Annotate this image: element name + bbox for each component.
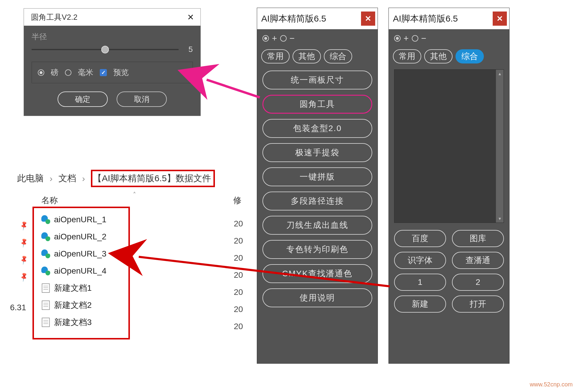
script-panel-common: AI脚本精简版6.5 ✕ + − 常用 其他 综合 统一画板尺寸 圆角工具 包装…: [257, 8, 378, 364]
rounded-corner-dialog: 圆角工具V2.2 ✕ 半径 5 磅 毫米 ✓ 预览 确定 取消: [24, 8, 201, 116]
cropped-char: 忄: [371, 271, 380, 282]
zoom-row: + −: [257, 29, 378, 48]
tab-common[interactable]: 常用: [261, 49, 290, 63]
dialog-titlebar[interactable]: 圆角工具V2.2 ✕: [24, 9, 200, 26]
panel-header[interactable]: AI脚本精简版6.5 ✕: [257, 8, 378, 29]
breadcrumb[interactable]: 此电脑 › 文档 › 【AI脚本精简版6.5】数据文件: [17, 170, 215, 187]
radius-slider[interactable]: [32, 49, 179, 50]
grid-btn-baidu[interactable]: 百度: [394, 230, 446, 247]
tab-compose[interactable]: 综合: [324, 49, 352, 63]
plus-label: +: [404, 33, 409, 43]
text-file-icon: [41, 318, 50, 327]
file-name: aiOpenURL_4: [54, 266, 106, 276]
grid-btn-pantone[interactable]: 查潘通: [452, 252, 504, 269]
arrow-pink: [201, 71, 266, 106]
text-file-icon: [41, 300, 50, 310]
tab-other[interactable]: 其他: [293, 49, 321, 63]
radio-pound-label: 磅: [51, 67, 58, 78]
radio-pound[interactable]: [38, 69, 44, 76]
list-item[interactable]: aiOpenURL_3: [34, 245, 128, 262]
grid-btn-open[interactable]: 打开: [452, 295, 504, 313]
script-btn-5[interactable]: 多段路径连接: [262, 192, 372, 210]
close-icon[interactable]: ✕: [185, 12, 196, 22]
grid-btn-new[interactable]: 新建: [394, 295, 446, 313]
chevron-right-icon: ›: [50, 174, 53, 184]
grid-btn-gallery[interactable]: 图库: [452, 230, 504, 247]
panel-header[interactable]: AI脚本精简版6.5 ✕: [389, 8, 509, 29]
plus-label: +: [272, 33, 277, 43]
cropped-char: 忄: [371, 224, 380, 235]
crumb-root[interactable]: 此电脑: [17, 172, 44, 184]
script-btn-0[interactable]: 统一画板尺寸: [262, 71, 372, 89]
radio-plus[interactable]: [394, 35, 401, 42]
radius-slider-row: 5: [32, 45, 193, 54]
column-name-header[interactable]: 名称: [41, 195, 58, 206]
version-fragment: 6.31: [10, 303, 26, 312]
list-item[interactable]: 新建文档1: [34, 280, 128, 297]
tab-compose[interactable]: 综合: [455, 49, 484, 63]
close-icon[interactable]: ✕: [361, 12, 375, 26]
file-name: aiOpenURL_2: [54, 232, 106, 241]
pin-icon: 📌: [19, 272, 30, 283]
svg-rect-4: [42, 301, 49, 310]
radio-minus[interactable]: [280, 35, 287, 42]
file-name: aiOpenURL_3: [54, 249, 106, 259]
sort-indicator-icon[interactable]: ˄: [133, 191, 136, 199]
pin-icon: 📌: [19, 255, 30, 266]
script-btn-8[interactable]: CMYK查找潘通色: [262, 264, 372, 283]
chevron-up-icon[interactable]: ▴: [499, 71, 501, 76]
text-file-icon: [41, 283, 50, 293]
column-modified-header[interactable]: 修: [233, 195, 241, 206]
svg-line-12: [207, 80, 260, 97]
list-item[interactable]: aiOpenURL_1: [34, 211, 128, 228]
tab-common[interactable]: 常用: [393, 49, 421, 63]
grid-btn-1[interactable]: 1: [394, 274, 446, 291]
radio-mm[interactable]: [65, 69, 71, 76]
grid-btn-font[interactable]: 识字体: [394, 252, 446, 269]
file-date: 20: [234, 236, 243, 246]
script-btn-2[interactable]: 包装盒型2.0: [262, 119, 372, 138]
svg-rect-8: [42, 318, 49, 327]
tab-other[interactable]: 其他: [424, 49, 453, 63]
panel-title: AI脚本精简版6.5: [393, 13, 458, 25]
radio-minus[interactable]: [412, 35, 418, 42]
minus-label: −: [421, 33, 427, 43]
watermark: www.52cnp.com: [530, 381, 573, 388]
file-list-box: aiOpenURL_1 aiOpenURL_2 aiOpenURL_3 aiOp…: [32, 207, 130, 339]
file-name: aiOpenURL_1: [54, 215, 106, 224]
script-btn-9[interactable]: 使用说明: [262, 288, 372, 307]
quick-buttons-grid: 百度 图库 识字体 查潘通 1 2 新建 打开: [389, 226, 509, 318]
list-item[interactable]: 新建文档2: [34, 297, 128, 314]
ok-button[interactable]: 确定: [58, 92, 108, 107]
url-file-icon: [41, 215, 50, 224]
list-item[interactable]: aiOpenURL_4: [34, 262, 128, 280]
checkbox-preview[interactable]: ✓: [100, 69, 107, 76]
radio-plus[interactable]: [262, 35, 269, 42]
slider-thumb[interactable]: [101, 46, 109, 53]
script-btn-7[interactable]: 专色转为印刷色: [262, 240, 372, 259]
pin-icon: 📌: [19, 220, 30, 231]
checkbox-preview-label: 预览: [113, 67, 129, 78]
file-date: 20: [234, 305, 243, 314]
list-item[interactable]: aiOpenURL_2: [34, 228, 128, 245]
minus-label: −: [290, 33, 295, 43]
crumb-docs[interactable]: 文档: [58, 172, 76, 184]
cancel-button[interactable]: 取消: [117, 92, 167, 107]
scrollbar[interactable]: ▴ ▾: [496, 70, 504, 223]
zoom-row: + −: [389, 29, 509, 48]
panel-title: AI脚本精简版6.5: [261, 13, 326, 25]
crumb-folder[interactable]: 【AI脚本精简版6.5】数据文件: [91, 170, 215, 187]
dialog-title: 圆角工具V2.2: [31, 12, 78, 22]
file-date: 20: [234, 322, 243, 331]
script-btn-4[interactable]: 一键拼版: [262, 167, 372, 186]
chevron-down-icon[interactable]: ▾: [499, 216, 501, 221]
script-btn-3[interactable]: 极速手提袋: [262, 143, 372, 162]
list-item[interactable]: 新建文档3: [34, 314, 128, 331]
cropped-char: 忄: [371, 247, 380, 259]
tab-row: 常用 其他 综合: [389, 48, 509, 68]
script-btn-rounded-corner[interactable]: 圆角工具: [262, 95, 372, 114]
grid-btn-2[interactable]: 2: [452, 274, 504, 291]
close-icon[interactable]: ✕: [493, 12, 507, 26]
url-file-icon: [41, 266, 50, 276]
script-btn-6[interactable]: 刀线生成出血线: [262, 216, 372, 235]
